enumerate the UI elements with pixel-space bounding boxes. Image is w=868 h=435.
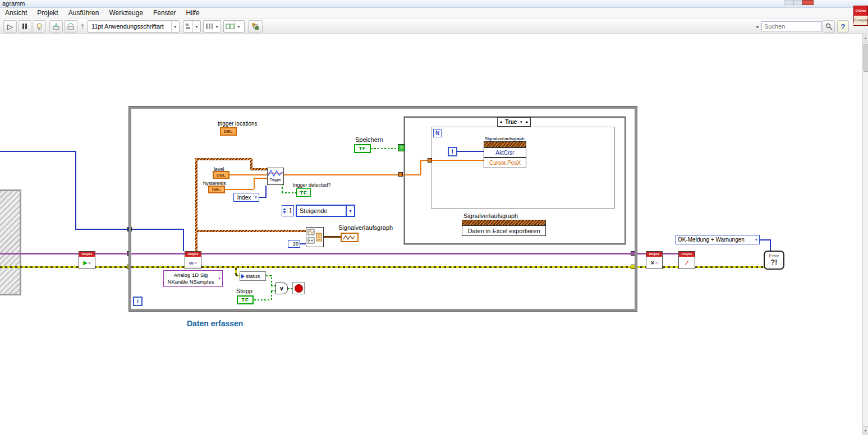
daqmx-start-node[interactable]: DAQmx ▶≈ [79,251,95,269]
loop-condition-terminal[interactable] [292,282,305,294]
case-selector[interactable]: ◄ True ▼ ► [497,117,531,127]
iteration-terminal-case[interactable]: i [448,147,457,156]
search-button[interactable] [823,20,835,33]
iteration-terminal-loop[interactable]: i [133,297,143,306]
wave-icon: ≈ [88,260,91,266]
decrement-icon[interactable] [283,211,286,214]
scroll-up-icon[interactable]: ▲ [863,34,868,43]
offscreen-structure-edge [0,189,21,295]
daqmx-read-node[interactable]: DAQmx ∞≈ [185,251,201,269]
menu-hilfe[interactable]: Hilfe [181,8,205,18]
chevron-down-icon: ▼ [254,196,259,199]
graph-terminal-label: Signalverlaufsgraph [338,224,393,231]
edge-selector[interactable]: Steigende ▼ [296,205,355,217]
window-title: agramm [2,0,25,7]
scrollbar-thumb[interactable] [864,44,868,72]
search-collapse-toggle[interactable]: ▸ [754,21,761,31]
stopp-terminal[interactable]: TF [237,295,254,304]
highlight-execution-button[interactable] [33,20,46,33]
property-node-row-aktcrsr[interactable]: AktCrsr [484,147,526,158]
hysteresis-terminal[interactable]: DBL [208,186,225,193]
task-wire [75,151,76,230]
trigger-locations-terminal[interactable]: DBL [220,127,237,136]
menu-fenster[interactable]: Fenster [148,8,181,18]
menu-ansicht[interactable]: Ansicht [0,8,32,18]
dbl-wire [284,174,399,175]
pause-button[interactable] [18,20,31,33]
search-input[interactable] [761,21,822,31]
tunnel-orange-forloop [428,158,432,163]
step-over-button[interactable] [64,20,77,33]
minimize-button[interactable] [784,0,793,5]
step-out-button[interactable] [79,20,86,33]
boolean-wire [371,148,398,149]
dbl-wire [432,160,484,161]
daqmx-stop-node[interactable]: DAQmx ×≈ [646,251,663,269]
increment-icon[interactable] [283,208,286,210]
dbl-wire [225,189,254,190]
int-wire [770,239,771,251]
error-wire [663,266,678,268]
lightbulb-icon [35,22,43,30]
binoculars-icon: ∞ [189,260,194,266]
trigger-detection-vi[interactable]: Trigger [267,168,284,185]
numeric-one-control[interactable]: 1 [282,205,294,216]
close-button[interactable] [802,0,814,5]
align-objects-dropdown[interactable]: ▼ [183,20,201,33]
wave-icon: ≈ [655,260,658,266]
case-prev-icon[interactable]: ◄ [499,120,503,124]
search-icon [825,23,833,30]
maximize-button[interactable] [793,0,802,5]
invoke-node-method[interactable]: Daten in Excel exportieren [462,225,546,236]
task-wire [75,229,128,230]
error-handler-node[interactable]: Error ?! [764,251,784,270]
distribute-objects-dropdown[interactable]: ▼ [203,20,221,33]
waveform-wire [324,236,341,238]
index-selector[interactable]: Index ▼ [233,193,259,202]
waveform-graph-terminal[interactable] [341,233,359,242]
for-loop-count-terminal[interactable]: N [433,129,442,137]
daqmx-read-poly-selector[interactable]: Analog 1D Sig NKanäle NSamples ▼ [163,270,223,287]
int-wire [300,243,306,244]
chevron-down-icon: ▼ [213,21,221,32]
vertical-scrollbar[interactable]: ▲ ▼ [862,34,868,435]
case-next-icon[interactable]: ► [525,120,529,124]
distribute-icon [205,23,213,30]
boolean-wire [288,288,292,289]
chevron-down-icon[interactable]: ▼ [520,121,523,124]
resize-objects-dropdown[interactable]: ▼ [223,20,245,33]
case-selector-tunnel: ? [398,144,405,151]
trigger-detected-terminal[interactable]: TF [296,188,311,197]
chevron-down-icon: ▼ [235,21,242,32]
invoke-node-title: Signalverlaufsgraph [463,212,518,219]
daqmx-clear-node[interactable]: DAQmx / [678,251,695,269]
mini-waveform-icon [343,234,356,240]
boolean-wire [254,299,271,300]
font-selector[interactable]: 11pt Anwendungsschriftart ▼ [88,20,180,33]
menu-werkzeuge[interactable]: Werkzeuge [104,8,148,18]
align-icon [185,23,192,30]
level-terminal[interactable]: DBL [213,171,229,179]
speichern-terminal[interactable]: TF [354,144,371,153]
menu-projekt[interactable]: Projekt [32,8,63,18]
step-into-button[interactable] [49,20,63,33]
menu-ausfuehren[interactable]: Ausführen [63,8,104,18]
reorder-button[interactable] [248,20,263,33]
run-button[interactable]: ▷ [3,20,17,33]
property-node-title: Signalverlaufsgraph [485,136,525,141]
pencil-icon: / [685,258,688,267]
property-node-row-cursorposx[interactable]: Cursor.PosX [484,158,526,168]
or-gate[interactable]: ∨ [275,283,288,294]
error-dialog-mode-ring[interactable]: OK-Meldung + Warnungen ▼ [676,235,760,244]
stop-icon [295,284,303,293]
labview-block-diagram-window: agramm Ansicht Projekt Ausführen Werkzeu… [0,0,868,435]
daqmx-example-window-sliver[interactable]: DAQmx Example [853,6,868,26]
trigger-vi-label: Trigger [268,178,283,182]
chevron-down-icon: ▼ [218,277,222,280]
status-unbundle-node[interactable]: status [240,271,266,281]
play-icon: ▶ [83,260,88,266]
numeric-twenty-constant[interactable]: 20 [288,240,300,248]
get-waveform-subset-node[interactable] [306,227,324,247]
scroll-down-icon[interactable]: ▼ [863,426,868,435]
help-button[interactable]: ? [837,20,849,33]
